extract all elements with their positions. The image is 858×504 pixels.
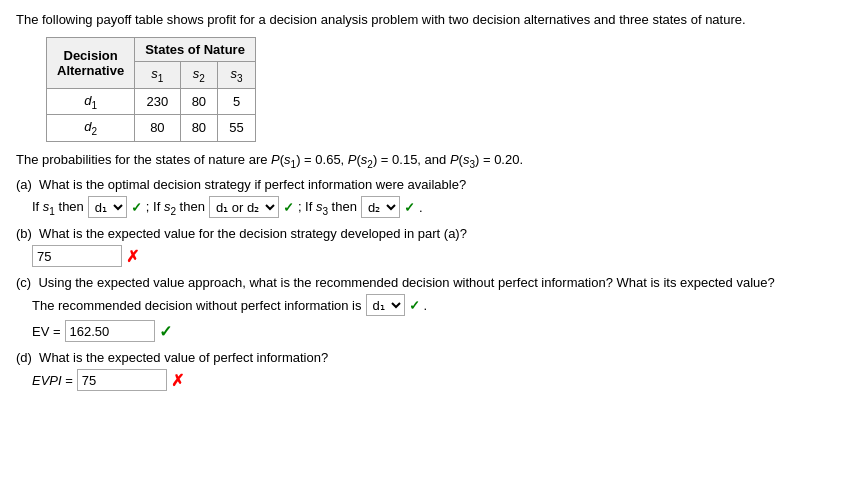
d2-label: d2 [47, 115, 135, 142]
part-b-cross-icon: ✗ [126, 247, 139, 266]
part-c-recommended-row: The recommended decision without perfect… [32, 294, 842, 316]
part-c-ev-row: EV = ✓ [32, 320, 842, 342]
d1-s3-value: 5 [218, 88, 256, 115]
s3-check-icon: ✓ [404, 200, 415, 215]
part-c-section: (c) Using the expected value approach, w… [16, 275, 842, 342]
s1-decision-dropdown[interactable]: d₁ d₂ [88, 196, 127, 218]
part-c-ev-check-icon: ✓ [159, 322, 172, 341]
s3-decision-dropdown[interactable]: d₁ d₂ [361, 196, 400, 218]
part-b-answer-row: ✗ [32, 245, 842, 267]
part-d-section: (d) What is the expected value of perfec… [16, 350, 842, 391]
period-a: . [419, 200, 423, 215]
part-d-cross-icon: ✗ [171, 371, 184, 390]
if-s1-text: If s1 then [32, 199, 84, 217]
part-a-label: (a) What is the optimal decision strateg… [16, 177, 842, 192]
part-b-input[interactable] [32, 245, 122, 267]
s1-check-icon: ✓ [131, 200, 142, 215]
payoff-table: DecisionAlternative States of Nature s1 … [46, 37, 256, 142]
part-c-check-icon: ✓ [409, 298, 420, 313]
intro-text: The following payoff table shows profit … [16, 12, 842, 27]
part-b-section: (b) What is the expected value for the d… [16, 226, 842, 267]
part-c-label: (c) Using the expected value approach, w… [16, 275, 842, 290]
d2-s3-value: 55 [218, 115, 256, 142]
part-a-answer-row: If s1 then d₁ d₂ ✓ ; If s2 then d₁ d₂ d₁… [32, 196, 842, 218]
s2-decision-dropdown[interactable]: d₁ d₂ d₁ or d₂ [209, 196, 279, 218]
col-s3-header: s3 [218, 62, 256, 89]
d1-s1-value: 230 [135, 88, 180, 115]
evpi-input[interactable] [77, 369, 167, 391]
part-c-decision-dropdown[interactable]: d₁ d₂ [366, 294, 405, 316]
decision-alt-header: DecisionAlternative [47, 38, 135, 89]
period-c: . [424, 298, 428, 313]
states-of-nature-header: States of Nature [135, 38, 256, 62]
part-d-label: (d) What is the expected value of perfec… [16, 350, 842, 365]
s2-check-icon: ✓ [283, 200, 294, 215]
ev-input[interactable] [65, 320, 155, 342]
payoff-table-container: DecisionAlternative States of Nature s1 … [46, 37, 842, 142]
if-s3-text: ; If s3 then [298, 199, 357, 217]
part-b-label: (b) What is the expected value for the d… [16, 226, 842, 241]
part-a-section: (a) What is the optimal decision strateg… [16, 177, 842, 218]
d2-s1-value: 80 [135, 115, 180, 142]
d1-s2-value: 80 [180, 88, 218, 115]
col-s2-header: s2 [180, 62, 218, 89]
evpi-label: EVPI = [32, 373, 73, 388]
part-d-evpi-row: EVPI = ✗ [32, 369, 842, 391]
d2-s2-value: 80 [180, 115, 218, 142]
recommended-text: The recommended decision without perfect… [32, 298, 362, 313]
ev-label: EV = [32, 324, 61, 339]
probabilities-text: The probabilities for the states of natu… [16, 152, 842, 170]
d1-label: d1 [47, 88, 135, 115]
col-s1-header: s1 [135, 62, 180, 89]
if-s2-text: ; If s2 then [146, 199, 205, 217]
